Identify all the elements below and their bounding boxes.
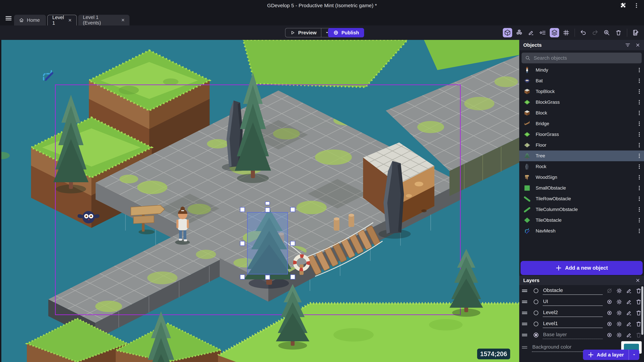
object-list-item-rock[interactable]: Rock [519,161,644,172]
kebab-menu-icon[interactable] [636,153,642,159]
layers-scrollbar[interactable] [641,286,643,335]
object-list-item-blockgrass[interactable]: BlockGrass [519,97,644,108]
search-objects-input[interactable] [534,55,638,61]
browser-menu-icon[interactable] [633,2,640,9]
scene-canvas[interactable]: 1574;206 [1,40,519,362]
object-list-item-floorgrass[interactable]: FloorGrass [519,129,644,140]
object-list-item-tree[interactable]: Tree [519,150,644,161]
main-menu-icon[interactable] [4,13,14,23]
object-list-item-floor[interactable]: Floor [519,140,644,150]
drag-handle-icon[interactable] [521,331,528,339]
close-tab-icon[interactable]: ✕ [68,18,72,23]
tab-level1-events[interactable]: Level 1 (Events) ✕ [78,15,130,25]
close-tab-icon[interactable]: ✕ [121,17,125,23]
layer-lighting-icon[interactable] [615,298,624,306]
add-layer-button[interactable]: Add a layer [583,350,639,360]
object-list-item-topblock[interactable]: TopBlock [519,86,644,97]
layer-name-field[interactable]: Base layer [543,331,603,339]
kebab-menu-icon[interactable] [636,121,642,127]
filter-icon[interactable] [624,41,632,49]
toggle-layers-panel-button[interactable] [550,28,559,37]
layer-row-level2[interactable]: Level2 [519,307,644,319]
layer-row-obstacle[interactable]: Obstacle [519,285,644,296]
preview-button[interactable]: Preview [285,28,333,37]
layer-visibility-icon[interactable] [605,309,614,317]
kebab-menu-icon[interactable] [636,206,642,213]
delete-button[interactable] [614,28,623,37]
resize-handle[interactable] [290,207,295,212]
resize-handle[interactable] [265,208,270,212]
close-objects-panel-icon[interactable] [634,41,642,49]
add-layer-options-caret[interactable] [629,353,639,357]
selection-overlay[interactable] [240,202,295,280]
kebab-menu-icon[interactable] [636,142,642,148]
layer-visibility-icon[interactable] [605,298,614,306]
object-list-item-navmesh[interactable]: NavMesh [519,226,644,236]
layer-visibility-icon[interactable] [605,286,614,295]
kebab-menu-icon[interactable] [636,164,642,170]
layer-edit-icon[interactable] [624,331,633,339]
extensions-icon[interactable] [620,2,626,9]
search-objects-box[interactable] [522,53,642,63]
object-list-item-block[interactable]: Block [519,108,644,118]
rotate-handle[interactable] [265,202,270,205]
layer-select-radio[interactable] [533,287,539,294]
toggle-grid-button[interactable] [562,28,571,37]
add-new-object-button[interactable]: Add a new object [520,261,643,275]
layer-row-level1[interactable]: Level1 [519,319,644,330]
layer-visibility-icon[interactable] [605,320,614,328]
layer-lighting-icon[interactable] [615,320,624,328]
layer-select-radio[interactable] [533,299,539,305]
edit-properties-button[interactable] [526,28,536,37]
drag-handle-icon[interactable] [521,320,528,328]
object-list-item-smallobstacle[interactable]: SmallObstacle [519,183,644,193]
kebab-menu-icon[interactable] [636,78,642,84]
redo-button[interactable] [590,28,600,37]
tab-home[interactable]: Home [14,15,46,25]
kebab-menu-icon[interactable] [636,196,642,202]
tab-level1[interactable]: Level 1 ✕ [47,15,77,25]
resize-handle[interactable] [240,207,245,212]
object-list-item-tilecolumnobstacle[interactable]: TileColumnObstacle [519,204,644,215]
layer-visibility-icon[interactable] [605,331,614,339]
zoom-button[interactable] [602,28,612,37]
kebab-menu-icon[interactable] [636,131,642,137]
layer-select-radio[interactable] [533,332,539,338]
kebab-menu-icon[interactable] [636,88,642,94]
drag-handle-icon[interactable] [521,309,528,317]
layer-select-radio[interactable] [533,310,539,316]
object-list-item-tilerowobstacle[interactable]: TileRowObstacle [519,193,644,204]
publish-button[interactable]: Publish [328,28,364,37]
object-groups-button[interactable] [514,28,524,37]
close-layers-panel-icon[interactable] [634,277,642,284]
kebab-menu-icon[interactable] [636,174,642,180]
layer-name-field[interactable]: Level2 [543,309,603,317]
instances-list-button[interactable] [538,28,548,37]
object-list-item-tileobstacle[interactable]: TileObstacle [519,215,644,226]
drag-handle-icon[interactable] [521,287,528,295]
resize-handle[interactable] [290,241,295,246]
resize-handle[interactable] [265,275,270,280]
object-list-item-bridge[interactable]: Bridge [519,118,644,129]
layer-row-ui[interactable]: UI [519,296,644,307]
kebab-menu-icon[interactable] [636,185,642,191]
object-list-item-bat[interactable]: Bat [519,75,644,86]
layer-edit-icon[interactable] [624,298,633,306]
layer-edit-icon[interactable] [624,320,633,328]
undo-button[interactable] [578,28,588,37]
resize-handle[interactable] [240,241,245,246]
object-list-item-mindy[interactable]: Mindy [519,65,644,75]
layer-lighting-icon[interactable] [615,331,624,339]
layer-name-field[interactable]: Obstacle [543,287,603,295]
object-list-item-woodsign[interactable]: WoodSign [519,172,644,183]
layer-name-field[interactable]: Level1 [543,320,603,328]
toggle-objects-panel-button[interactable] [503,28,512,37]
kebab-menu-icon[interactable] [636,228,642,234]
drag-handle-icon[interactable] [521,298,528,306]
kebab-menu-icon[interactable] [636,67,642,73]
layer-lighting-icon[interactable] [615,309,624,317]
layer-row-base-layer[interactable]: Base layer [519,330,644,341]
kebab-menu-icon[interactable] [636,99,642,105]
layer-edit-icon[interactable] [624,286,633,295]
scene-properties-button[interactable] [631,28,640,37]
